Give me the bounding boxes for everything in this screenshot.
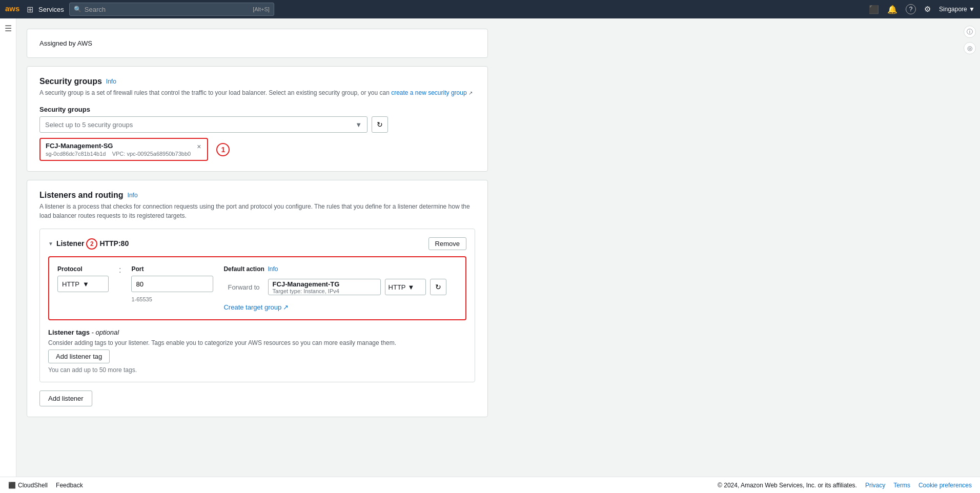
forward-to-label: Forward to	[223, 279, 263, 295]
nav-right-actions: ⬛ 🔔 ? ⚙ Singapore ▼	[869, 4, 975, 14]
port-hint: 1-65535	[131, 296, 213, 302]
listeners-routing-description: A listener is a process that checks for …	[39, 202, 475, 220]
collapse-icon[interactable]: ▼	[48, 241, 53, 246]
refresh-icon: ↻	[377, 120, 383, 129]
settings-icon[interactable]: ⚙	[924, 5, 931, 14]
security-groups-title: Security groups Info	[39, 77, 475, 86]
right-side-icons: ⓘ ◎	[964, 26, 976, 54]
default-action-label: Default action Info	[223, 265, 457, 273]
help-icon[interactable]: ?	[906, 4, 916, 14]
create-security-group-link[interactable]: create a new security group	[391, 89, 466, 96]
external-link-icon: ↗	[468, 90, 473, 96]
info-side-icon[interactable]: ⓘ	[964, 26, 976, 38]
assigned-by-aws-text: Assigned by AWS	[39, 39, 92, 47]
target-type: Target type: Instance, IPv4	[273, 288, 340, 294]
listener-tags-section: Listener tags - optional Consider adding…	[48, 328, 466, 374]
listener-title-row: ▼ Listener2HTTP:80	[48, 238, 129, 250]
create-target-group-link[interactable]: Create target group ↗	[223, 303, 457, 311]
step-badge-1: 1	[216, 143, 230, 156]
protocol-label: Protocol	[57, 265, 109, 273]
listeners-routing-heading: Listeners and routing	[39, 191, 124, 200]
port-label: Port	[131, 265, 213, 273]
port-input[interactable]	[131, 276, 213, 292]
top-navigation: aws ⊞ Services 🔍 [Alt+S] ⬛ 🔔 ? ⚙ Singapo…	[0, 0, 980, 18]
target-group-content: FCJ-Management-TG Target type: Instance,…	[273, 280, 340, 294]
target-group-refresh-button[interactable]: ↻	[430, 279, 446, 295]
listeners-routing-card: Listeners and routing Info A listener is…	[27, 180, 488, 417]
tag-hint: You can add up to 50 more tags.	[48, 366, 466, 374]
search-bar[interactable]: 🔍 [Alt+S]	[69, 3, 274, 16]
search-input[interactable]	[85, 6, 253, 13]
tags-description: Consider adding tags to your listener. T…	[48, 339, 466, 346]
action-row: Forward to FCJ-Management-TG Target type…	[223, 279, 457, 295]
security-groups-select-row: Select up to 5 security groups ▼ ↻	[39, 116, 475, 133]
security-groups-placeholder: Select up to 5 security groups	[45, 121, 133, 129]
tags-section-label: Listener tags - optional	[48, 328, 466, 336]
refresh-tg-icon: ↻	[435, 283, 441, 291]
listener-box: ▼ Listener2HTTP:80 Remove Protocol	[39, 229, 475, 382]
security-groups-heading: Security groups	[39, 77, 102, 86]
search-icon: 🔍	[74, 6, 81, 13]
listener-label: Listener2HTTP:80	[56, 238, 129, 250]
security-groups-description: A security group is a set of firewall ru…	[39, 88, 475, 97]
default-action-field-group: Default action Info Forward to FCJ-Manag…	[223, 265, 457, 311]
action-grid: Protocol HTTP ▼ : Port 1-65535	[57, 265, 457, 311]
listeners-routing-title: Listeners and routing Info	[39, 191, 475, 200]
tag-content: FCJ-Management-SG sg-0cd86dc7c81b14b1d V…	[46, 142, 191, 157]
colon-separator: :	[119, 265, 121, 279]
listener-header: ▼ Listener2HTTP:80 Remove	[48, 237, 466, 250]
terminal-icon[interactable]: ⬛	[869, 5, 879, 14]
security-groups-form-label: Security groups	[39, 106, 475, 113]
listeners-routing-info-link[interactable]: Info	[128, 192, 138, 199]
aws-logo[interactable]: aws	[5, 4, 22, 14]
target-group-select[interactable]: FCJ-Management-TG Target type: Instance,…	[268, 279, 381, 295]
http-dropdown-icon: ▼	[408, 283, 415, 291]
protocol-dropdown-icon: ▼	[83, 280, 89, 288]
http-protocol-select[interactable]: HTTP ▼	[385, 279, 426, 295]
security-groups-refresh-button[interactable]: ↻	[372, 116, 388, 133]
dropdown-chevron-icon: ▼	[355, 121, 362, 129]
create-target-external-icon: ↗	[283, 303, 289, 311]
target-group-name: FCJ-Management-TG	[273, 280, 340, 288]
security-groups-card: Security groups Info A security group is…	[27, 66, 488, 172]
tag-meta: sg-0cd86dc7c81b14b1d VPC: vpc-00925a6895…	[46, 151, 191, 157]
default-action-info-link[interactable]: Info	[268, 265, 278, 273]
bell-icon[interactable]: 🔔	[887, 5, 897, 14]
listener-text: Listener	[56, 239, 84, 248]
services-label[interactable]: Services	[38, 6, 64, 13]
security-groups-desc-text: A security group is a set of firewall ru…	[39, 89, 390, 96]
security-groups-info-link[interactable]: Info	[106, 78, 116, 85]
add-listener-button[interactable]: Add listener	[39, 391, 92, 406]
hamburger-icon[interactable]: ☰	[5, 24, 12, 33]
assigned-by-aws-card: Assigned by AWS	[27, 29, 488, 58]
port-field-group: Port 1-65535	[131, 265, 213, 302]
grid-icon: ⊞	[27, 5, 33, 14]
default-action-box: Protocol HTTP ▼ : Port 1-65535	[48, 256, 466, 320]
remove-listener-button[interactable]: Remove	[428, 237, 466, 250]
security-groups-dropdown[interactable]: Select up to 5 security groups ▼	[39, 116, 368, 133]
security-group-tag: FCJ-Management-SG sg-0cd86dc7c81b14b1d V…	[39, 138, 208, 161]
add-listener-tag-button[interactable]: Add listener tag	[48, 350, 110, 363]
location-side-icon[interactable]: ◎	[964, 42, 976, 54]
sidebar-toggle[interactable]: ☰	[0, 18, 16, 446]
main-content: Assigned by AWS Security groups Info A s…	[16, 18, 734, 446]
tag-name: FCJ-Management-SG	[46, 142, 191, 150]
protocol-select[interactable]: HTTP ▼	[57, 276, 109, 292]
sg-id: sg-0cd86dc7c81b14b1d	[46, 151, 106, 157]
http-label: HTTP	[389, 283, 406, 291]
vpc-id: VPC: vpc-00925a68950b73bb0	[112, 151, 191, 157]
region-selector[interactable]: Singapore ▼	[939, 6, 975, 13]
protocol-value: HTTP	[62, 280, 79, 288]
step-badge-2: 2	[86, 238, 97, 250]
tag-close-icon[interactable]: ×	[196, 142, 202, 151]
selected-security-group-row: FCJ-Management-SG sg-0cd86dc7c81b14b1d V…	[39, 138, 475, 161]
svg-text:aws: aws	[5, 4, 19, 13]
protocol-field-group: Protocol HTTP ▼	[57, 265, 109, 292]
search-shortcut: [Alt+S]	[253, 6, 270, 12]
